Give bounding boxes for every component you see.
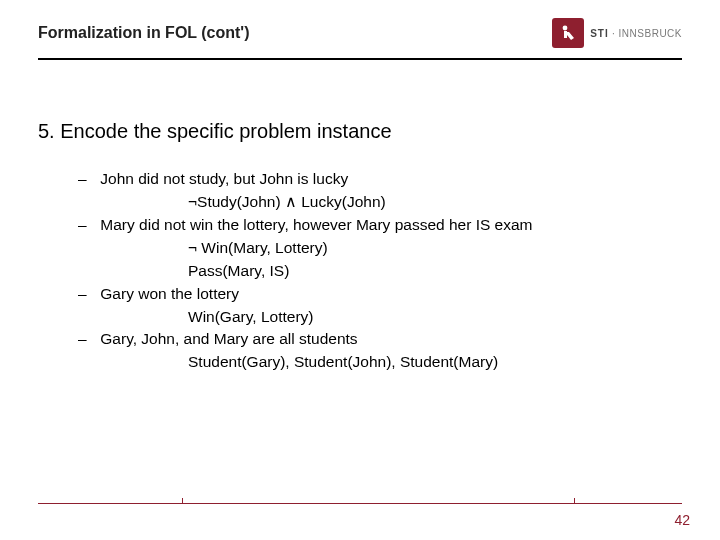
formula-line: ¬ Win(Mary, Lottery) [188,238,682,259]
list-item: – Mary did not win the lottery, however … [78,215,682,236]
footer-rule [38,503,682,504]
item-text: Gary, John, and Mary are all students [100,330,357,347]
item-text: Gary won the lottery [100,285,239,302]
bullet-dash-icon: – [78,284,96,305]
item-text: John did not study, but John is lucky [100,170,348,187]
formula-line: Student(Gary), Student(John), Student(Ma… [188,352,682,373]
step-text: Encode the specific problem instance [60,120,391,142]
slide-title: Formalization in FOL (cont') [38,24,250,42]
formula-line: Pass(Mary, IS) [188,261,682,282]
bullet-list: – John did not study, but John is lucky … [78,169,682,373]
list-item: – Gary, John, and Mary are all students [78,329,682,350]
footer-tick-icon [574,498,575,504]
formula-line: Win(Gary, Lottery) [188,307,682,328]
header-rule [38,58,682,60]
svg-point-0 [563,26,568,31]
step-heading: 5. Encode the specific problem instance [38,120,682,143]
step-number: 5. [38,120,55,142]
page-number: 42 [674,512,690,528]
bullet-dash-icon: – [78,169,96,190]
header: Formalization in FOL (cont') STI · INNSB… [38,18,682,48]
logo: STI · INNSBRUCK [552,18,682,48]
logo-text: STI · INNSBRUCK [590,28,682,39]
formula-line: ¬Study(John) ∧ Lucky(John) [188,192,682,213]
item-text: Mary did not win the lottery, however Ma… [100,216,532,233]
logo-sep: · [609,28,619,39]
slide: Formalization in FOL (cont') STI · INNSB… [0,0,720,540]
bullet-dash-icon: – [78,329,96,350]
footer-tick-icon [182,498,183,504]
bullet-dash-icon: – [78,215,96,236]
logo-badge-icon [552,18,584,48]
list-item: – John did not study, but John is lucky [78,169,682,190]
logo-place: INNSBRUCK [619,28,682,39]
list-item: – Gary won the lottery [78,284,682,305]
logo-sti: STI [590,28,609,39]
content: 5. Encode the specific problem instance … [38,120,682,375]
